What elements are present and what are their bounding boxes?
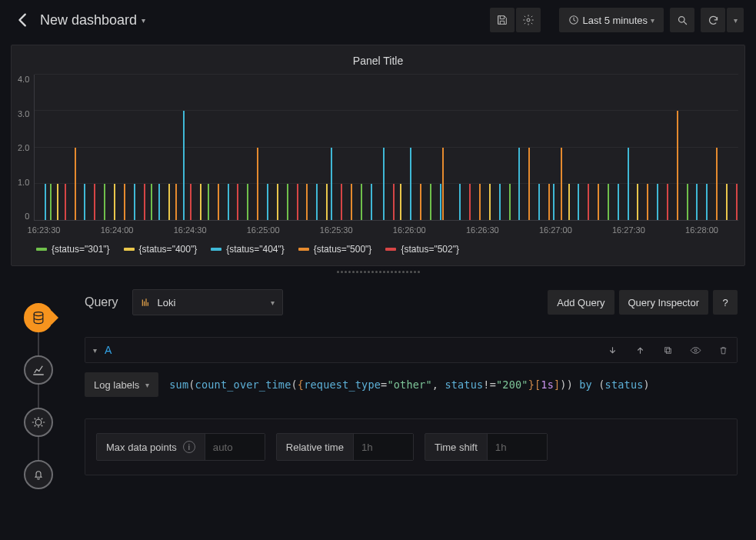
legend-item[interactable]: {status="301"} bbox=[36, 244, 110, 255]
bar[interactable] bbox=[168, 184, 170, 220]
log-labels-dropdown[interactable]: Log labels ▾ bbox=[85, 372, 158, 397]
nav-general[interactable] bbox=[24, 408, 53, 437]
query-expression-input[interactable]: sum(count_over_time({request_type="other… bbox=[169, 378, 650, 391]
bar[interactable] bbox=[257, 148, 258, 221]
bar[interactable] bbox=[114, 184, 115, 220]
bar[interactable] bbox=[134, 184, 135, 220]
bar[interactable] bbox=[410, 148, 411, 221]
bar[interactable] bbox=[687, 184, 688, 220]
nav-visualization[interactable] bbox=[24, 355, 53, 385]
bar[interactable] bbox=[628, 148, 629, 221]
legend-item[interactable]: {status="502"} bbox=[385, 244, 459, 255]
delete-query-button[interactable] bbox=[717, 344, 729, 356]
query-help-button[interactable]: ? bbox=[713, 290, 738, 315]
bar[interactable] bbox=[306, 184, 308, 220]
bar[interactable] bbox=[637, 184, 638, 220]
toggle-visibility-button[interactable] bbox=[689, 344, 701, 356]
legend-item[interactable]: {status="400"} bbox=[124, 244, 198, 255]
bar[interactable] bbox=[94, 184, 95, 220]
zoom-out-button[interactable] bbox=[670, 8, 694, 32]
nav-queries[interactable] bbox=[24, 303, 53, 332]
refresh-interval-dropdown[interactable]: ▾ bbox=[727, 8, 744, 32]
bar[interactable] bbox=[175, 184, 177, 220]
bar[interactable] bbox=[657, 184, 658, 220]
bar[interactable] bbox=[190, 184, 191, 220]
bar[interactable] bbox=[75, 148, 76, 221]
nav-alert[interactable] bbox=[24, 460, 53, 489]
bar[interactable] bbox=[442, 148, 444, 221]
settings-button[interactable] bbox=[516, 8, 541, 32]
bar[interactable] bbox=[553, 184, 555, 220]
bar[interactable] bbox=[158, 184, 160, 220]
bar[interactable] bbox=[469, 184, 471, 220]
time-range-picker[interactable]: Last 5 minutes ▾ bbox=[559, 8, 664, 32]
bar[interactable] bbox=[45, 184, 46, 220]
bar[interactable] bbox=[200, 184, 201, 220]
add-query-button[interactable]: Add Query bbox=[548, 290, 614, 315]
bar[interactable] bbox=[144, 184, 145, 220]
bar[interactable] bbox=[696, 184, 698, 220]
bar[interactable] bbox=[528, 148, 530, 221]
bar[interactable] bbox=[341, 184, 342, 220]
bar[interactable] bbox=[420, 184, 421, 220]
bar[interactable] bbox=[361, 184, 362, 220]
max-data-points-input[interactable] bbox=[205, 434, 265, 460]
bar[interactable] bbox=[598, 184, 599, 220]
legend-item[interactable]: {status="500"} bbox=[298, 244, 372, 255]
move-down-button[interactable] bbox=[606, 344, 618, 356]
duplicate-query-button[interactable] bbox=[661, 344, 674, 356]
bar[interactable] bbox=[237, 184, 238, 220]
bar[interactable] bbox=[351, 184, 352, 220]
bar[interactable] bbox=[331, 148, 332, 221]
bar[interactable] bbox=[218, 184, 219, 220]
save-button[interactable] bbox=[490, 8, 515, 32]
bar[interactable] bbox=[297, 184, 298, 220]
refresh-button[interactable] bbox=[701, 8, 725, 32]
bar[interactable] bbox=[667, 184, 668, 220]
relative-time-input[interactable] bbox=[353, 434, 413, 460]
bar[interactable] bbox=[618, 184, 619, 220]
bar[interactable] bbox=[647, 184, 648, 220]
datasource-select[interactable]: Loki ▾ bbox=[132, 289, 283, 315]
bar[interactable] bbox=[509, 184, 511, 220]
bar[interactable] bbox=[518, 148, 520, 221]
bar[interactable] bbox=[208, 184, 209, 220]
bar[interactable] bbox=[228, 184, 229, 220]
bar[interactable] bbox=[57, 184, 58, 220]
bar[interactable] bbox=[124, 184, 125, 220]
bar[interactable] bbox=[151, 184, 152, 220]
legend-item[interactable]: {status="404"} bbox=[211, 244, 285, 255]
bar[interactable] bbox=[677, 111, 678, 220]
chart-plot-area[interactable] bbox=[34, 75, 738, 221]
bar[interactable] bbox=[247, 184, 248, 220]
bar[interactable] bbox=[726, 184, 728, 220]
bar[interactable] bbox=[568, 184, 570, 220]
move-up-button[interactable] bbox=[634, 344, 646, 356]
time-shift-input[interactable] bbox=[487, 434, 547, 460]
dashboard-title-dropdown[interactable]: New dashboard ▾ bbox=[40, 12, 145, 28]
bar[interactable] bbox=[267, 184, 268, 220]
bar[interactable] bbox=[183, 111, 185, 220]
query-id[interactable]: A bbox=[105, 344, 112, 356]
bar[interactable] bbox=[608, 184, 609, 220]
query-inspector-button[interactable]: Query Inspector bbox=[619, 290, 709, 315]
bar[interactable] bbox=[65, 184, 66, 220]
bar[interactable] bbox=[371, 184, 372, 220]
bar[interactable] bbox=[716, 148, 718, 221]
bar[interactable] bbox=[104, 184, 105, 220]
bar[interactable] bbox=[588, 184, 589, 220]
bar[interactable] bbox=[277, 184, 278, 220]
bar[interactable] bbox=[499, 184, 501, 220]
bar[interactable] bbox=[84, 184, 85, 220]
bar[interactable] bbox=[383, 148, 385, 221]
bar[interactable] bbox=[326, 184, 328, 220]
bar[interactable] bbox=[440, 184, 441, 220]
bar[interactable] bbox=[393, 184, 395, 220]
collapse-query-toggle[interactable]: ▾ bbox=[93, 346, 97, 355]
bar[interactable] bbox=[400, 184, 401, 220]
bar[interactable] bbox=[736, 184, 738, 220]
bar[interactable] bbox=[479, 184, 481, 220]
bar[interactable] bbox=[706, 184, 708, 220]
bar[interactable] bbox=[50, 184, 52, 220]
bar[interactable] bbox=[548, 184, 550, 220]
